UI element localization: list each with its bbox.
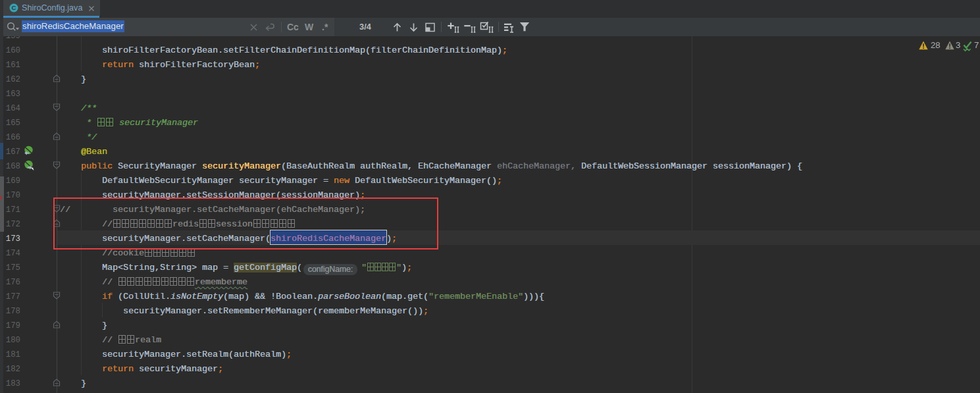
svg-text:C: C — [12, 4, 16, 11]
